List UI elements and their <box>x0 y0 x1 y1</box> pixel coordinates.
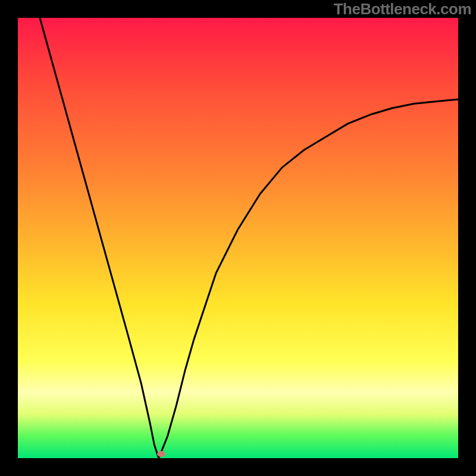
bottleneck-curve <box>18 18 458 458</box>
plot-area <box>18 18 458 458</box>
chart-frame: TheBottleneck.com <box>0 0 476 476</box>
watermark-text: TheBottleneck.com <box>334 0 471 18</box>
minimum-marker <box>157 451 165 457</box>
